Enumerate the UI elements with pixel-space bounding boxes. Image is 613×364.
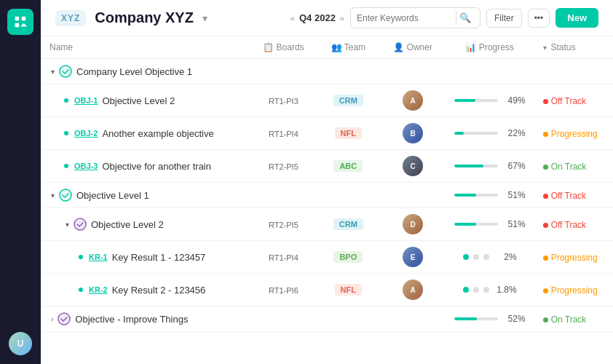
cell-team	[316, 306, 381, 332]
company-badge: XYZ	[55, 10, 86, 26]
cell-boards	[251, 306, 316, 332]
obj-name: Objective Level 1	[76, 190, 149, 201]
progress-bar	[454, 194, 498, 197]
new-button[interactable]: New	[555, 8, 598, 28]
progress-pct: 67%	[502, 161, 526, 171]
objectives-table: Name 📋 Boards 👥 Team 👤 Owner 📊 Progress	[41, 36, 613, 332]
cell-status: On Track	[534, 150, 613, 183]
obj-ref[interactable]: OBJ-3	[74, 162, 98, 170]
expand-button[interactable]: ›	[50, 315, 55, 323]
topbar-right: « Q4 2022 » 🔍 Filter ••• New	[290, 7, 598, 28]
cell-boards: RT2-PI5	[251, 150, 316, 183]
board-tag: RT2-PI5	[269, 162, 298, 171]
cell-owner: A	[381, 274, 446, 306]
obj-name: Objective Level 2	[102, 95, 175, 106]
cell-progress: 22%	[446, 117, 534, 150]
progress-bar-wrap: 1.8%	[454, 285, 526, 295]
sidebar-logo[interactable]	[7, 9, 33, 35]
quarter-nav: « Q4 2022 »	[290, 12, 344, 23]
cell-status: Progressing	[534, 274, 613, 306]
objective-icon	[74, 218, 87, 231]
progress-bar-wrap: 51%	[454, 219, 526, 229]
table-row: ›Objective - Improve Things52%On Track	[41, 306, 613, 332]
search-bar: 🔍	[350, 7, 480, 28]
progress-dot	[473, 254, 479, 260]
cell-status: Progressing	[534, 117, 613, 150]
obj-name: Key Result 2 - 123456	[112, 285, 206, 296]
bullet-dot	[64, 131, 68, 135]
cell-owner: E	[381, 241, 446, 274]
main-content: XYZ Company XYZ ▾ « Q4 2022 » 🔍 Filter •…	[41, 0, 613, 364]
expand-button[interactable]: ▾	[50, 68, 56, 76]
table-row: OBJ-2Another example objectiveRT1-PI4NFL…	[41, 117, 613, 150]
cell-team: NFL	[316, 117, 381, 150]
company-dropdown[interactable]: ▾	[202, 12, 207, 24]
progress-pct: 49%	[502, 95, 526, 106]
status-badge: Progressing	[543, 252, 598, 263]
cell-owner	[381, 306, 446, 332]
cell-name: KR-2Key Result 2 - 123456	[41, 274, 251, 306]
cell-status: Progressing	[534, 241, 613, 274]
search-button[interactable]: 🔍	[456, 11, 474, 25]
progress-pct: 2%	[494, 252, 517, 262]
expand-button[interactable]: ▾	[64, 221, 71, 229]
team-badge: NFL	[335, 284, 362, 296]
board-tag: RT1-PI3	[269, 97, 298, 106]
progress-fill	[454, 317, 477, 320]
obj-ref[interactable]: OBJ-1	[74, 96, 98, 105]
quarter-next[interactable]: »	[340, 14, 344, 23]
status-text: Off Track	[551, 191, 586, 201]
obj-ref[interactable]: OBJ-2	[74, 129, 98, 138]
cell-progress: 51%	[446, 208, 534, 241]
status-dot	[543, 317, 548, 323]
objective-icon	[58, 312, 71, 325]
status-text: Off Track	[551, 96, 586, 106]
expand-button[interactable]: ▾	[50, 191, 56, 199]
status-dot	[543, 256, 548, 261]
status-badge: Progressing	[543, 285, 598, 296]
table-header-row: Name 📋 Boards 👥 Team 👤 Owner 📊 Progress	[41, 36, 613, 59]
obj-name: Another example objective	[102, 128, 213, 139]
cell-team: NFL	[316, 274, 381, 306]
cell-owner: B	[381, 117, 446, 150]
table-row: OBJ-3Objective for another trainRT2-PI5A…	[41, 150, 613, 183]
progress-bar	[454, 317, 498, 320]
team-badge: CRM	[333, 218, 363, 230]
cell-boards	[251, 183, 316, 208]
progress-dot	[463, 254, 469, 260]
filter-button[interactable]: Filter	[486, 9, 522, 28]
progress-bar-wrap: 49%	[454, 95, 526, 106]
cell-status: Off Track	[534, 183, 613, 208]
progress-bar-wrap: 52%	[454, 314, 526, 324]
progress-bar-wrap: 2%	[454, 252, 526, 262]
status-text: On Track	[551, 314, 587, 325]
cell-boards	[251, 59, 316, 84]
progress-pct: 51%	[502, 190, 526, 200]
owner-icon: 👤	[393, 42, 406, 52]
status-badge: Off Track	[543, 190, 586, 201]
cell-status	[534, 59, 613, 84]
cell-name: ▾Objective Level 2	[41, 208, 251, 241]
search-input[interactable]	[357, 13, 451, 23]
status-sort-icon[interactable]: ▾	[543, 44, 549, 52]
team-badge: BPO	[333, 251, 363, 263]
bullet-dot	[64, 98, 68, 103]
cell-team: BPO	[316, 241, 381, 274]
team-icon: 👥	[331, 42, 344, 52]
more-button[interactable]: •••	[528, 9, 550, 28]
obj-name: Objective for another train	[102, 161, 211, 172]
quarter-prev[interactable]: «	[290, 14, 295, 23]
progress-dot	[483, 254, 489, 260]
svg-point-1	[60, 189, 71, 201]
avatar: B	[403, 123, 423, 143]
sidebar-avatar[interactable]: U	[9, 332, 32, 355]
team-badge: ABC	[333, 160, 363, 172]
obj-ref[interactable]: KR-2	[89, 285, 108, 294]
avatar-initials: U	[9, 332, 32, 355]
avatar: A	[403, 280, 423, 300]
obj-ref[interactable]: KR-1	[89, 253, 108, 261]
bullet-dot	[79, 288, 83, 292]
cell-name: OBJ-1Objective Level 2	[41, 84, 251, 117]
status-text: Progressing	[551, 285, 598, 296]
status-badge: Off Track	[543, 95, 586, 106]
